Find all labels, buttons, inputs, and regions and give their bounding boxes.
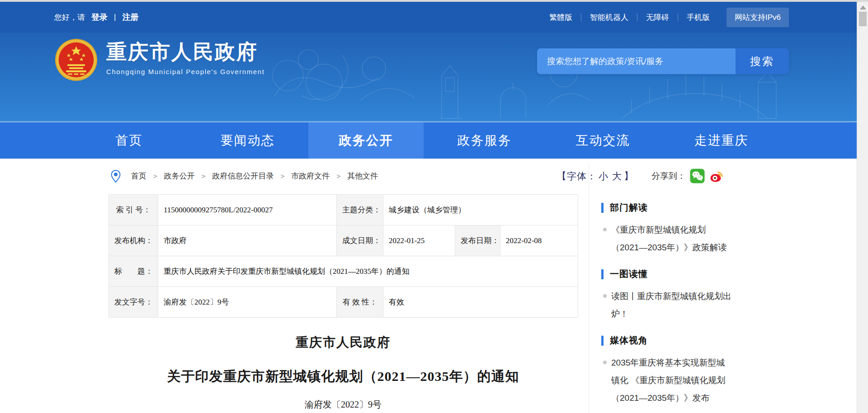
brand-text: 重庆市人民政府 Chongqing Municipal People's Gov…: [106, 38, 264, 75]
smart-robot-link[interactable]: 智能机器人: [581, 12, 637, 23]
table-row: 发文字号： 渝府发〔2022〕9号 有 效 性： 有效: [109, 287, 578, 318]
register-link[interactable]: 注册: [122, 12, 138, 23]
search-button[interactable]: 搜索: [736, 48, 789, 74]
document-column: 索 引 号： 11500000009275780L/2022-00027 主题分…: [108, 194, 578, 411]
section-header: 一图读懂: [601, 268, 789, 280]
related-sidebar: 部门解读 《重庆市新型城镇化规划 （2021—2035年）》政策解读 一图读懂: [601, 202, 789, 413]
section-title: 媒体视角: [610, 334, 648, 347]
document-meta-table: 索 引 号： 11500000009275780L/2022-00027 主题分…: [108, 194, 578, 318]
meta-label-org: 发布机构：: [109, 225, 158, 256]
link-line: 2035年重庆将基本实现新型城: [611, 354, 789, 371]
section-accent-bar: [601, 203, 604, 213]
traditional-chinese-link[interactable]: 繁體版: [541, 12, 581, 23]
browser-edge-line: [0, 0, 868, 2]
site-header: 重庆市人民政府 Chongqing Municipal People's Gov…: [0, 33, 857, 122]
share-label: 分享到：: [651, 170, 686, 182]
main-nav: 首页 要闻动态 政务公开 政务服务 互动交流 走进重庆: [0, 122, 857, 159]
font-control-suffix: 】: [624, 170, 634, 183]
meta-value-index: 11500000009275780L/2022-00027: [158, 195, 337, 225]
sidebar-link-policy-interpretation[interactable]: 《重庆市新型城镇化规划 （2021—2035年）》政策解读: [601, 221, 789, 256]
font-large-button[interactable]: 大: [610, 170, 624, 183]
site-brand[interactable]: 重庆市人民政府 Chongqing Municipal People's Gov…: [54, 38, 264, 82]
sidebar-link-infographic[interactable]: 读图丨重庆市新型城镇化规划出 炉！: [601, 287, 789, 323]
bullet-dot-icon: [603, 361, 607, 364]
location-pin-icon: [111, 170, 121, 183]
content-area: 索 引 号： 11500000009275780L/2022-00027 主题分…: [0, 193, 857, 413]
nav-item-home[interactable]: 首页: [71, 122, 187, 159]
bullet-dot-icon: [603, 294, 607, 298]
search-input[interactable]: [537, 48, 736, 74]
breadcrumb-separator: >: [153, 172, 157, 180]
link-line: 炉！: [611, 305, 789, 323]
column-divider: [589, 164, 589, 413]
table-row: 发布机构： 市政府 成文日期： 2022-01-25 发布日期： 2022-02…: [109, 225, 578, 256]
login-link[interactable]: 登录: [91, 12, 108, 23]
site-title: 重庆市人民政府: [106, 39, 264, 65]
link-line: （2021—2035年）》政策解读: [611, 239, 789, 256]
nav-item-gov-services[interactable]: 政务服务: [427, 122, 542, 159]
scroll-up-arrow-icon[interactable]: [860, 5, 866, 9]
sidebar-section-interpretation: 部门解读 《重庆市新型城镇化规划 （2021—2035年）》政策解读: [601, 202, 789, 256]
accessibility-link[interactable]: 无障碍: [637, 12, 678, 23]
sidebar-link-media-article[interactable]: 2035年重庆将基本实现新型城 镇化 《重庆市新型城镇化规划 （2021—203…: [601, 354, 789, 407]
section-title: 一图读懂: [610, 268, 648, 280]
breadcrumb-item-home[interactable]: 首页: [131, 171, 146, 181]
header-cityscape-art: [247, 33, 790, 122]
meta-label-topic: 主题分类：: [337, 195, 383, 225]
mobile-version-link[interactable]: 手机版: [678, 12, 718, 23]
breadcrumb-item-catalog[interactable]: 政府信息公开目录: [212, 171, 274, 181]
wechat-icon[interactable]: [690, 169, 705, 183]
meta-label-index: 索 引 号：: [109, 195, 158, 225]
share-bar: 分享到：: [651, 159, 724, 193]
meta-value-validity: 有效: [383, 287, 578, 318]
site-subtitle: Chongqing Municipal People's Government: [106, 68, 264, 75]
scrollbar-thumb[interactable]: [859, 12, 867, 26]
link-line: 《重庆市新型城镇化规划: [611, 221, 789, 239]
nav-item-news[interactable]: 要闻动态: [190, 122, 305, 159]
government-portal-page: 您好，请 登录 | 注册 繁體版 智能机器人 无障碍 手机版 网站支持IPv6: [0, 2, 857, 413]
meta-value-date-pub: 2022-02-08: [500, 225, 578, 256]
table-row: 标 题： 重庆市人民政府关于印发重庆市新型城镇化规划（2021—2035年）的通…: [109, 256, 578, 287]
ipv6-support-badge[interactable]: 网站支持IPv6: [726, 8, 789, 27]
breadcrumb-separator: >: [202, 172, 206, 180]
link-line: 读图丨重庆市新型城镇化规划出: [611, 287, 789, 305]
font-size-control: 【字体： 小 大 】: [557, 159, 634, 193]
nav-item-interaction[interactable]: 互动交流: [545, 122, 660, 159]
meta-value-doc-no: 渝府发〔2022〕9号: [158, 287, 337, 318]
section-title: 部门解读: [610, 202, 648, 214]
section-header: 媒体视角: [601, 334, 789, 347]
breadcrumb-item-other-docs[interactable]: 其他文件: [347, 171, 378, 181]
section-accent-bar: [601, 336, 604, 346]
browser-viewport: 您好，请 登录 | 注册 繁體版 智能机器人 无障碍 手机版 网站支持IPv6: [0, 0, 868, 413]
table-row: 索 引 号： 11500000009275780L/2022-00027 主题分…: [109, 195, 578, 225]
breadcrumb-separator: >: [281, 172, 285, 180]
login-register-divider: |: [114, 13, 116, 22]
document-title: 关于印发重庆市新型城镇化规划（2021—2035年）的通知: [108, 367, 578, 386]
section-header: 部门解读: [601, 202, 789, 214]
document-number: 渝府发〔2022〕9号: [108, 399, 578, 411]
link-line: （2021—2035年）》发布: [611, 389, 789, 407]
font-small-button[interactable]: 小: [597, 170, 610, 183]
site-search: 搜索: [537, 48, 789, 74]
breadcrumb-item-disclosure[interactable]: 政务公开: [164, 171, 195, 181]
meta-label-doc-no: 发文字号：: [109, 287, 158, 318]
meta-label-date-pub: 发布日期：: [455, 225, 500, 256]
nav-item-about-chongqing[interactable]: 走进重庆: [664, 122, 779, 159]
meta-value-date-written: 2022-01-25: [383, 225, 455, 256]
utility-topbar: 您好，请 登录 | 注册 繁體版 智能机器人 无障碍 手机版 网站支持IPv6: [0, 2, 857, 33]
breadcrumb-row: 首页 > 政务公开 > 政府信息公开目录 > 市政府文件 > 其他文件 【字体：…: [0, 159, 857, 193]
breadcrumb-item-city-docs[interactable]: 市政府文件: [291, 171, 330, 181]
meta-label-validity: 有 效 性：: [337, 287, 383, 318]
document-issuer: 重庆市人民政府: [108, 334, 578, 351]
utility-links: 繁體版 智能机器人 无障碍 手机版 网站支持IPv6: [541, 8, 789, 27]
browser-scrollbar[interactable]: [857, 2, 868, 413]
meta-value-topic: 城乡建设（城乡管理）: [383, 195, 578, 225]
meta-label-title: 标 题：: [109, 256, 158, 287]
breadcrumb: 首页 > 政务公开 > 政府信息公开目录 > 市政府文件 > 其他文件: [111, 159, 378, 193]
breadcrumb-separator: >: [336, 172, 340, 180]
nav-item-gov-disclosure[interactable]: 政务公开: [308, 122, 424, 159]
meta-value-org: 市政府: [158, 225, 337, 256]
meta-value-title: 重庆市人民政府关于印发重庆市新型城镇化规划（2021—2035年）的通知: [158, 256, 578, 287]
weibo-icon[interactable]: [709, 169, 724, 183]
greeting-text: 您好，请: [54, 12, 85, 23]
